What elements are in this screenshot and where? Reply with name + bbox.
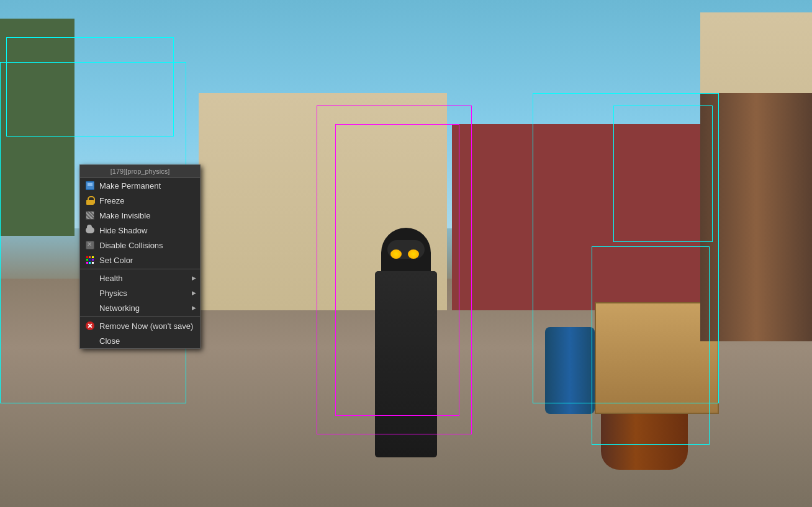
menu-separator-1	[80, 269, 200, 269]
menu-item-physics[interactable]: Physics	[80, 285, 200, 300]
make-invisible-label: Make Invisible	[99, 211, 150, 220]
barrel-blue	[545, 327, 595, 414]
menu-item-freeze[interactable]: Freeze	[80, 193, 200, 208]
shelf-right	[700, 93, 812, 341]
make-permanent-label: Make Permanent	[99, 181, 161, 191]
networking-label: Networking	[99, 303, 140, 313]
character-soldier	[344, 147, 468, 457]
health-icon-spacer	[85, 273, 95, 283]
remove-icon	[85, 321, 95, 331]
menu-item-make-permanent[interactable]: Make Permanent	[80, 178, 200, 193]
menu-item-make-invisible[interactable]: Make Invisible	[80, 208, 200, 223]
menu-item-health[interactable]: Health	[80, 271, 200, 285]
game-viewport: [179][prop_physics] Make Permanent Freez…	[0, 0, 812, 507]
networking-icon-spacer	[85, 303, 95, 313]
close-label: Close	[99, 336, 120, 346]
collision-icon	[85, 240, 95, 250]
menu-item-hide-shadow[interactable]: Hide Shadow	[80, 223, 200, 238]
remove-now-label: Remove Now (won't save)	[99, 321, 193, 331]
menu-item-close[interactable]: Close	[80, 333, 200, 348]
close-icon-spacer	[85, 336, 95, 346]
lock-icon	[85, 195, 95, 205]
eye-right	[408, 249, 419, 259]
menu-item-remove-now[interactable]: Remove Now (won't save)	[80, 318, 200, 333]
eye-left	[390, 249, 402, 259]
health-label: Health	[99, 274, 123, 283]
menu-item-set-color[interactable]: Set Color	[80, 253, 200, 267]
menu-item-disable-collisions[interactable]: Disable Collisions	[80, 238, 200, 253]
building-left	[0, 19, 74, 236]
physics-icon-spacer	[85, 288, 95, 298]
menu-separator-2	[80, 316, 200, 317]
invisible-icon	[85, 210, 95, 220]
disable-collisions-label: Disable Collisions	[99, 241, 163, 250]
color-grid-icon	[85, 255, 95, 265]
floppy-icon	[85, 181, 95, 191]
context-menu: [179][prop_physics] Make Permanent Freez…	[79, 164, 201, 349]
freeze-label: Freeze	[99, 196, 124, 205]
menu-item-networking[interactable]: Networking	[80, 300, 200, 315]
shadow-icon	[85, 225, 95, 235]
wall-right	[452, 124, 700, 310]
set-color-label: Set Color	[99, 256, 133, 265]
char-eyes	[390, 249, 422, 259]
char-body	[375, 271, 437, 457]
hide-shadow-label: Hide Shadow	[99, 226, 147, 235]
menu-header: [179][prop_physics]	[80, 165, 200, 178]
physics-label: Physics	[99, 289, 127, 298]
